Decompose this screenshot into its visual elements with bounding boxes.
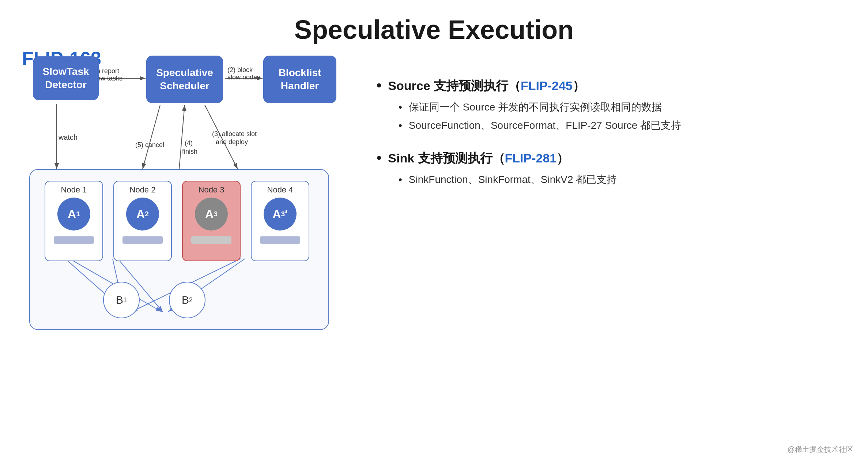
node-2-circle: A2 bbox=[126, 198, 159, 230]
svg-text:slow nodes: slow nodes bbox=[227, 74, 260, 81]
speculative-scheduler-box: SpeculativeScheduler bbox=[146, 56, 223, 103]
svg-text:and deploy: and deploy bbox=[216, 138, 248, 146]
watermark: @稀土掘金技术社区 bbox=[788, 445, 853, 454]
source-sub-1-text: 保证同一个 Source 并发的不同执行实例读取相同的数据 bbox=[409, 100, 662, 114]
node-3-label: Node 3 bbox=[199, 185, 224, 195]
source-section: Source 支持预测执行（FLIP-245） 保证同一个 Source 并发的… bbox=[377, 78, 846, 132]
slow-task-detector-box: SlowTaskDetector bbox=[33, 56, 99, 100]
node-3-circle: A3 bbox=[195, 198, 228, 230]
cluster-box: Node 1 A1 Node 2 A2 Node 3 A3 bbox=[29, 169, 329, 330]
svg-line-15 bbox=[205, 105, 238, 169]
sink-main-text: Sink 支持预测执行（FLIP-281） bbox=[388, 150, 569, 167]
speculative-scheduler-label: SpeculativeScheduler bbox=[156, 66, 213, 93]
node-4-box: Node 4 A3′ bbox=[251, 181, 309, 261]
source-main-bullet: Source 支持预测执行（FLIP-245） bbox=[377, 78, 846, 94]
node-2-label: Node 2 bbox=[130, 185, 156, 195]
node-1-label: Node 1 bbox=[61, 185, 87, 195]
source-sub-2: SourceFunction、SourceFormat、FLIP-27 Sour… bbox=[399, 119, 846, 132]
node-4-circle: A3′ bbox=[264, 198, 297, 230]
source-sub-bullets: 保证同一个 Source 并发的不同执行实例读取相同的数据 SourceFunc… bbox=[377, 100, 846, 132]
sink-sub-1: SinkFunction、SinkFormat、SinkV2 都已支持 bbox=[399, 173, 846, 187]
node-2-box: Node 2 A2 bbox=[113, 181, 172, 261]
blocklist-handler-box: BlocklistHandler bbox=[263, 56, 336, 103]
b-circles: B1 B2 bbox=[103, 282, 205, 318]
sink-section: Sink 支持预测执行（FLIP-281） SinkFunction、SinkF… bbox=[377, 150, 846, 187]
flip-245-link: FLIP-245 bbox=[521, 79, 573, 93]
node-4-label: Node 4 bbox=[267, 185, 293, 195]
svg-line-10 bbox=[143, 105, 160, 169]
svg-text:watch: watch bbox=[58, 133, 78, 141]
svg-text:finish: finish bbox=[182, 148, 197, 155]
diagram-area: (1) report slow tasks (2) block slow nod… bbox=[22, 56, 340, 385]
svg-text:(3) allocate slot: (3) allocate slot bbox=[212, 130, 257, 138]
right-content: Source 支持预测执行（FLIP-245） 保证同一个 Source 并发的… bbox=[362, 56, 846, 385]
node-4-bar bbox=[260, 236, 300, 244]
flip-281-link: FLIP-281 bbox=[505, 151, 557, 165]
node-1-bar bbox=[54, 236, 94, 244]
node-3-bar bbox=[191, 236, 231, 244]
node-3-box: Node 3 A3 bbox=[182, 181, 241, 261]
sink-main-bullet: Sink 支持预测执行（FLIP-281） bbox=[377, 150, 846, 167]
slow-task-label: SlowTaskDetector bbox=[42, 65, 89, 92]
blocklist-handler-label: BlocklistHandler bbox=[279, 66, 321, 93]
b2-circle: B2 bbox=[169, 282, 205, 318]
svg-line-12 bbox=[179, 105, 185, 169]
page-title: Speculative Execution bbox=[0, 0, 868, 45]
node-1-circle: A1 bbox=[57, 198, 90, 230]
node-1-box: Node 1 A1 bbox=[45, 181, 103, 261]
nodes-row: Node 1 A1 Node 2 A2 Node 3 A3 bbox=[45, 181, 309, 261]
source-sub-1: 保证同一个 Source 并发的不同执行实例读取相同的数据 bbox=[399, 100, 846, 114]
svg-text:(5) cancel: (5) cancel bbox=[135, 141, 164, 149]
svg-text:(4): (4) bbox=[185, 139, 193, 147]
sink-sub-1-text: SinkFunction、SinkFormat、SinkV2 都已支持 bbox=[409, 173, 617, 187]
svg-text:(2) block: (2) block bbox=[227, 66, 253, 74]
node-2-bar bbox=[122, 236, 163, 244]
sink-sub-bullets: SinkFunction、SinkFormat、SinkV2 都已支持 bbox=[377, 173, 846, 187]
source-sub-2-text: SourceFunction、SourceFormat、FLIP-27 Sour… bbox=[409, 119, 681, 132]
source-main-text: Source 支持预测执行（FLIP-245） bbox=[388, 78, 585, 94]
b1-circle: B1 bbox=[103, 282, 140, 318]
main-content: (1) report slow tasks (2) block slow nod… bbox=[0, 56, 868, 385]
